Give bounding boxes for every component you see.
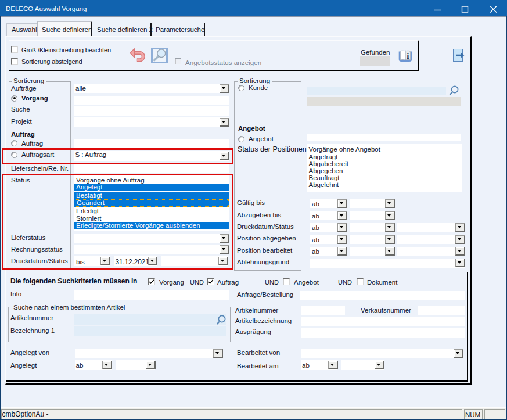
svg-text:i: i [407, 51, 409, 60]
